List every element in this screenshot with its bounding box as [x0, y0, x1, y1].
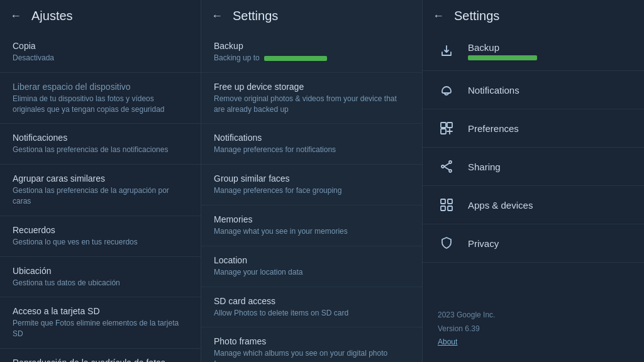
- middle-item-3[interactable]: Group similar facesManage preferences fo…: [201, 165, 422, 206]
- middle-item-title-7: Photo frames: [214, 336, 409, 346]
- left-item-2[interactable]: NotificacionesGestiona las preferencias …: [0, 124, 201, 165]
- right-backup-bar: [468, 55, 537, 60]
- left-item-4[interactable]: RecuerdosGestiona lo que ves en tus recu…: [0, 216, 201, 257]
- left-item-title-3: Agrupar caras similares: [13, 173, 188, 184]
- left-item-title-0: Copia: [13, 41, 188, 51]
- right-item-4[interactable]: Apps & devices: [423, 186, 644, 224]
- right-item-3[interactable]: Sharing: [423, 148, 644, 186]
- left-panel: ← Ajustes CopiaDesactivadaLiberar espaci…: [0, 0, 201, 362]
- middle-panel-title: Settings: [233, 9, 278, 23]
- right-item-label-1: Notifications: [468, 85, 519, 96]
- middle-item-title-2: Notifications: [214, 133, 409, 143]
- left-header: ← Ajustes: [0, 0, 201, 32]
- footer-about-link[interactable]: About: [438, 337, 457, 346]
- svg-rect-6: [441, 199, 445, 204]
- svg-rect-7: [448, 199, 452, 204]
- left-item-title-4: Recuerdos: [13, 225, 188, 235]
- middle-item-subtitle-2: Manage preferences for notifications: [214, 145, 409, 155]
- right-settings-list: BackupNotificationsPreferencesSharingApp…: [423, 32, 644, 296]
- left-item-1[interactable]: Liberar espacio del dispositivoElimina d…: [0, 73, 201, 124]
- left-item-subtitle-5: Gestiona tus datos de ubicación: [13, 278, 188, 288]
- left-item-title-1: Liberar espacio del dispositivo: [13, 82, 188, 92]
- left-item-7[interactable]: Reproducción de la cuadrícula de fotosGe…: [0, 349, 201, 362]
- backup-icon: [438, 43, 455, 60]
- footer: 2023 Google Inc. Version 6.39 About: [423, 296, 644, 362]
- middle-item-1[interactable]: Free up device storageRemove original ph…: [201, 73, 422, 124]
- middle-item-4[interactable]: MemoriesManage what you see in your memo…: [201, 206, 422, 246]
- right-item-label-2: Preferences: [468, 123, 519, 134]
- left-item-subtitle-4: Gestiona lo que ves en tus recuerdos: [13, 237, 188, 248]
- middle-item-title-4: Memories: [214, 214, 409, 224]
- right-item-0[interactable]: Backup: [423, 32, 644, 71]
- middle-item-subtitle-4: Manage what you see in your memories: [214, 226, 409, 237]
- backup-progress-bar: [264, 56, 327, 61]
- left-item-title-7: Reproducción de la cuadrícula de fotos: [13, 358, 188, 362]
- svg-rect-0: [441, 123, 446, 128]
- middle-item-subtitle-6: Allow Photos to delete items on SD card: [214, 308, 409, 319]
- right-back-arrow[interactable]: ←: [433, 9, 444, 23]
- svg-rect-1: [447, 123, 452, 128]
- right-item-1[interactable]: Notifications: [423, 71, 644, 109]
- left-item-5[interactable]: UbicaciónGestiona tus datos de ubicación: [0, 257, 201, 298]
- apps-icon: [438, 196, 455, 214]
- middle-panel: ← Settings BackupBacking up to Free up d…: [201, 0, 423, 362]
- right-item-label-5: Privacy: [468, 238, 499, 249]
- left-item-subtitle-2: Gestiona las preferencias de las notific…: [13, 145, 188, 155]
- left-item-subtitle-3: Gestiona las preferencias de la agrupaci…: [13, 185, 188, 207]
- right-item-label-0: Backup: [468, 42, 537, 53]
- footer-version: Version 6.39: [438, 322, 629, 336]
- middle-item-subtitle-1: Remove original photos & videos from you…: [214, 94, 409, 115]
- svg-rect-2: [441, 129, 446, 134]
- svg-rect-8: [441, 206, 445, 211]
- middle-item-subtitle-0: Backing up to: [214, 53, 409, 63]
- left-item-6[interactable]: Acceso a la tarjeta SDPermite que Fotos …: [0, 297, 201, 349]
- middle-header: ← Settings: [201, 0, 422, 32]
- middle-item-0[interactable]: BackupBacking up to: [201, 32, 422, 73]
- left-item-subtitle-6: Permite que Fotos elimine elementos de l…: [13, 318, 188, 339]
- footer-copyright: 2023 Google Inc.: [438, 309, 629, 322]
- right-item-label-4: Apps & devices: [468, 200, 533, 211]
- middle-settings-list: BackupBacking up to Free up device stora…: [201, 32, 422, 362]
- left-panel-title: Ajustes: [31, 9, 73, 23]
- left-item-title-5: Ubicación: [13, 266, 188, 276]
- middle-item-title-1: Free up device storage: [214, 82, 409, 92]
- left-item-subtitle-0: Desactivada: [13, 53, 188, 63]
- right-item-2[interactable]: Preferences: [423, 109, 644, 148]
- middle-item-subtitle-7: Manage which albums you see on your digi…: [214, 348, 409, 362]
- left-settings-list: CopiaDesactivadaLiberar espacio del disp…: [0, 32, 201, 362]
- middle-item-title-3: Group similar faces: [214, 173, 409, 184]
- middle-item-subtitle-5: Manage your location data: [214, 267, 409, 278]
- middle-item-7[interactable]: Photo framesManage which albums you see …: [201, 327, 422, 362]
- right-item-label-3: Sharing: [468, 162, 501, 172]
- left-item-0[interactable]: CopiaDesactivada: [0, 32, 201, 73]
- sharing-icon: [438, 158, 455, 175]
- privacy-icon: [438, 234, 455, 252]
- middle-item-title-6: SD card access: [214, 296, 409, 306]
- svg-rect-9: [448, 206, 452, 211]
- bell-icon: [438, 81, 455, 99]
- right-item-5[interactable]: Privacy: [423, 224, 644, 263]
- right-backup-info: Backup: [468, 42, 537, 60]
- left-item-3[interactable]: Agrupar caras similaresGestiona las pref…: [0, 165, 201, 216]
- right-panel: ← Settings BackupNotificationsPreference…: [423, 0, 644, 362]
- middle-item-title-0: Backup: [214, 41, 409, 51]
- middle-item-6[interactable]: SD card accessAllow Photos to delete ite…: [201, 287, 422, 328]
- left-item-subtitle-1: Elimina de tu dispositivo las fotos y ví…: [13, 94, 188, 115]
- middle-item-2[interactable]: NotificationsManage preferences for noti…: [201, 124, 422, 165]
- middle-item-title-5: Location: [214, 255, 409, 265]
- left-item-title-6: Acceso a la tarjeta SD: [13, 306, 188, 316]
- right-header: ← Settings: [423, 0, 644, 32]
- right-panel-title: Settings: [454, 9, 499, 23]
- middle-back-arrow[interactable]: ←: [211, 9, 223, 23]
- middle-item-subtitle-3: Manage preferences for face grouping: [214, 185, 409, 196]
- preferences-icon: [438, 119, 455, 137]
- middle-item-5[interactable]: LocationManage your location data: [201, 246, 422, 287]
- left-back-arrow[interactable]: ←: [10, 9, 21, 23]
- left-item-title-2: Notificaciones: [13, 133, 188, 143]
